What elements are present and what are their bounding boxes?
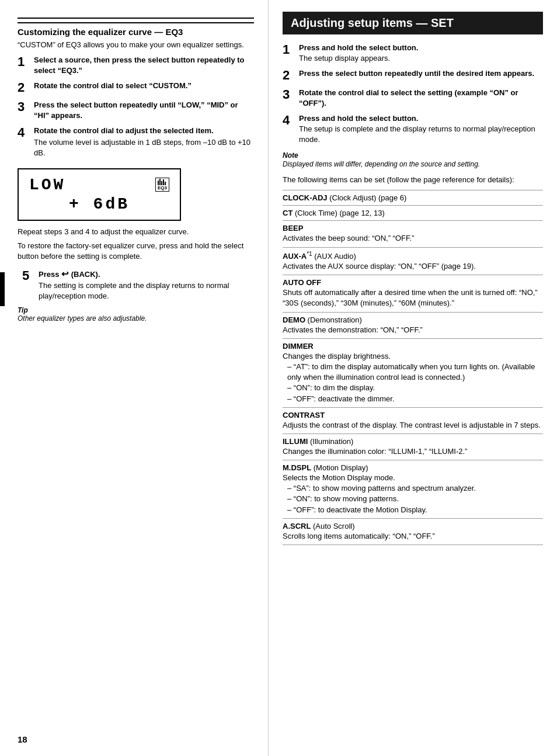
right-step-4-bold: Press and hold the select button. [299, 113, 543, 124]
right-step-3-num: 3 [283, 88, 299, 102]
right-step-4-num: 4 [283, 113, 299, 127]
settings-ct-title: CT (Clock Time) (page 12, 13) [283, 209, 543, 217]
settings-item-mdspl: M.DSPL (Motion Display) Selects the Moti… [283, 460, 543, 518]
settings-aux-title: AUX-A*1 (AUX Audio) [283, 251, 543, 261]
step-3-text: Press the select button repeatedly until… [34, 100, 254, 121]
settings-item-ct: CT (Clock Time) (page 12, 13) [283, 205, 543, 220]
step-2-text: Rotate the control dial to select “CUSTO… [34, 81, 254, 91]
settings-illumi-title: ILLUMI (Illumination) [283, 437, 543, 446]
settings-item-clock-adj: CLOCK-ADJ (Clock Adjust) (page 6) [283, 190, 543, 205]
lcd-line2: + 6dB [69, 195, 130, 213]
settings-beep-desc: Activates the beep sound: “ON,” “OFF.” [283, 233, 543, 244]
right-step-1: 1 Press and hold the select button. The … [283, 43, 543, 64]
right-step-4-normal: The setup is complete and the display re… [299, 124, 543, 145]
settings-item-ascrl: A.SCRL (Auto Scroll) Scrolls long items … [283, 518, 543, 545]
right-step-1-num: 1 [283, 43, 299, 57]
lcd-line1: LOW [29, 176, 65, 194]
black-bar [0, 272, 5, 306]
note-text: Displayed items will differ, depending o… [283, 159, 543, 169]
step-5: 5 Press ↩ (BACK). The setting is complet… [22, 269, 254, 301]
step-4-text: Rotate the control dial to adjust the se… [34, 126, 254, 136]
settings-beep-title: BEEP [283, 224, 543, 233]
settings-clock-adj-title: CLOCK-ADJ (Clock Adjust) (page 6) [283, 193, 543, 202]
step-1-text: Select a source, then press the select b… [34, 55, 254, 76]
settings-auto-off-title: AUTO OFF [283, 278, 543, 287]
page-number: 18 [18, 734, 27, 744]
repeat-text: Repeat steps 3 and 4 to adjust the equal… [18, 227, 254, 237]
settings-item-dimmer: DIMMER Changes the display brightness.– … [283, 338, 543, 407]
lcd-row-2: + 6dB [29, 195, 169, 213]
following-text: The following items can be set (follow t… [283, 175, 543, 185]
settings-mdspl-line-1: – “SA”: to show moving patterns and spec… [283, 483, 543, 494]
settings-item-beep: BEEP Activates the beep sound: “ON,” “OF… [283, 220, 543, 247]
right-step-3: 3 Rotate the control dial to select the … [283, 88, 543, 109]
settings-mdspl-line-0: Selects the Motion Display mode. [283, 473, 543, 483]
settings-mdspl-desc: Selects the Motion Display mode.– “SA”: … [283, 473, 543, 515]
settings-dimmer-line-0: Changes the display brightness. [283, 351, 543, 362]
settings-list: CLOCK-ADJ (Clock Adjust) (page 6) CT (Cl… [283, 190, 543, 545]
settings-ascrl-title: A.SCRL (Auto Scroll) [283, 522, 543, 530]
settings-item-auto-off: AUTO OFF Shuts off automatically after a… [283, 275, 543, 311]
right-step-3-bold: Rotate the control dial to select the se… [299, 88, 543, 109]
settings-auto-off-desc: Shuts off automatically after a desired … [283, 287, 543, 308]
note-label: Note [283, 151, 543, 159]
settings-item-illumi: ILLUMI (Illumination) Changes the illumi… [283, 434, 543, 460]
settings-item-contrast: CONTRAST Adjusts the contrast of the dis… [283, 407, 543, 434]
step-4: 4 Rotate the control dial to adjust the … [18, 126, 254, 159]
settings-item-demo: DEMO (Demonstration) Activates the demon… [283, 312, 543, 338]
step-1-num: 1 [18, 55, 34, 69]
settings-demo-title: DEMO (Demonstration) [283, 315, 543, 324]
lcd-display: LOW EQ3 + 6dB [18, 168, 181, 221]
settings-dimmer-desc: Changes the display brightness.– “AT”: t… [283, 351, 543, 404]
settings-mdspl-line-2: – “ON”: to show moving patterns. [283, 494, 543, 504]
right-step-1-normal: The setup display appears. [299, 53, 543, 64]
step-2-num: 2 [18, 81, 34, 95]
settings-contrast-desc: Adjusts the contrast of the display. The… [283, 420, 543, 431]
step-4-subtext: The volume level is adjustable in 1 dB s… [34, 137, 254, 158]
settings-dimmer-line-3: – “OFF”: deactivate the dimmer. [283, 394, 543, 404]
right-steps: 1 Press and hold the select button. The … [283, 43, 543, 145]
settings-dimmer-line-1: – “AT”: to dim the display automatically… [283, 362, 543, 383]
right-header: Adjusting setup items — SET [283, 12, 543, 34]
right-step-2: 2 Press the select button repeatedly unt… [283, 68, 543, 82]
note-section: Note Displayed items will differ, depend… [283, 151, 543, 169]
right-step-2-bold: Press the select button repeatedly until… [299, 68, 543, 79]
lcd-eq-icon: EQ3 [155, 178, 169, 192]
step-1: 1 Select a source, then press the select… [18, 55, 254, 76]
settings-mdspl-line-3: – “OFF”: to deactivate the Motion Displa… [283, 505, 543, 515]
section-rule [18, 18, 254, 19]
step-5-subtext: The setting is complete and the display … [39, 280, 254, 301]
step-5-text: Press ↩ (BACK). [39, 269, 254, 279]
right-header-title: Adjusting setup items — SET [291, 16, 535, 30]
left-section-title: Customizing the equalizer curve — EQ3 [18, 22, 254, 37]
step-5-num: 5 [22, 269, 39, 283]
right-step-1-bold: Press and hold the select button. [299, 43, 543, 53]
tip-label: Tip [18, 306, 254, 314]
right-step-2-num: 2 [283, 68, 299, 82]
settings-dimmer-line-2: – “ON”: to dim the display. [283, 383, 543, 393]
settings-illumi-desc: Changes the illumination color: “ILLUMI-… [283, 446, 543, 457]
lcd-row-1: LOW EQ3 [29, 176, 169, 194]
tip-section: Tip Other equalizer types are also adjus… [18, 306, 254, 322]
settings-dimmer-title: DIMMER [283, 342, 543, 351]
step-3-num: 3 [18, 100, 34, 114]
left-column: Customizing the equalizer curve — EQ3 “C… [0, 0, 269, 756]
right-step-4: 4 Press and hold the select button. The … [283, 113, 543, 145]
settings-mdspl-title: M.DSPL (Motion Display) [283, 463, 543, 472]
settings-contrast-title: CONTRAST [283, 411, 543, 419]
settings-item-aux-a: AUX-A*1 (AUX Audio) Activates the AUX so… [283, 247, 543, 275]
settings-aux-desc: Activates the AUX source display: “ON,” … [283, 261, 543, 272]
settings-demo-desc: Activates the demonstration: “ON,” “OFF.… [283, 325, 543, 335]
tip-text: Other equalizer types are also adjustabl… [18, 314, 254, 322]
step-4-num: 4 [18, 126, 34, 140]
right-column: Adjusting setup items — SET 1 Press and … [269, 0, 557, 756]
left-section-intro: “CUSTOM” of EQ3 allows you to make your … [18, 40, 254, 49]
settings-ascrl-desc: Scrolls long items automatically: “ON,” … [283, 531, 543, 542]
restore-text: To restore the factory-set equalizer cur… [18, 241, 254, 262]
step-3: 3 Press the select button repeatedly unt… [18, 100, 254, 121]
step-2: 2 Rotate the control dial to select “CUS… [18, 81, 254, 95]
